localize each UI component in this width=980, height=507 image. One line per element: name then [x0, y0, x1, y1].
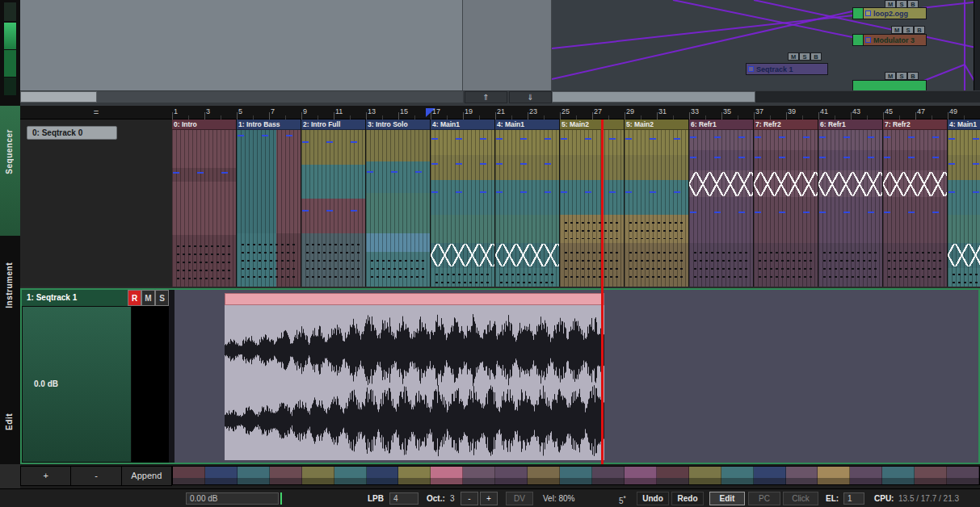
modular-vertical-scrollbar[interactable]	[974, 0, 980, 90]
ruler[interactable]: 1357911131517192123252729313335373941434…	[172, 106, 980, 119]
sequencer-block[interactable]: 4: Main1	[431, 119, 495, 287]
navigator-segment[interactable]	[882, 478, 915, 484]
navigator-segment[interactable]	[238, 478, 270, 484]
checkbox-icon[interactable]	[748, 66, 754, 72]
solo-button[interactable]: S	[902, 26, 914, 34]
sequencer-block[interactable]: 6: Refr1	[689, 119, 754, 287]
instrument-name[interactable]: 1: Seqtrack 1	[22, 290, 128, 306]
navigator-segment[interactable]	[205, 478, 238, 484]
sequencer-navigator[interactable]	[172, 466, 980, 485]
modular-panel[interactable]: loop2.oggMSBModulator 3MSBSeqtrack 1MSBM…	[552, 0, 980, 90]
navigator-segment[interactable]	[431, 478, 463, 484]
bypass-button[interactable]: B	[914, 26, 925, 34]
module-green-module[interactable]	[852, 80, 927, 90]
sequencer-block[interactable]: 7: Refr2	[883, 119, 948, 287]
block-editor-panel[interactable]	[20, 0, 463, 90]
sequencer-block[interactable]: 4: Main1	[948, 119, 980, 287]
navigator-segment[interactable]	[495, 467, 528, 478]
octave-up-button[interactable]: +	[480, 492, 498, 505]
redo-button[interactable]: Redo	[671, 492, 704, 505]
sequencer-block[interactable]: 2: Intro Full	[301, 119, 366, 287]
navigator-segment[interactable]	[721, 467, 754, 478]
navigator-segment[interactable]	[592, 478, 625, 484]
navigator-segment[interactable]	[721, 478, 754, 484]
navigator-segment[interactable]	[528, 467, 560, 478]
navigator-segment[interactable]	[689, 478, 721, 484]
navigator-segment[interactable]	[947, 467, 979, 478]
navigator-segment[interactable]	[302, 478, 334, 484]
bypass-button[interactable]: B	[907, 72, 919, 80]
navigator-segment[interactable]	[367, 478, 399, 484]
append-seqtrack-button[interactable]: Append	[122, 466, 172, 486]
lpb-field[interactable]: 4	[389, 492, 418, 505]
navigator-segment[interactable]	[205, 467, 238, 478]
edit-button[interactable]: Edit	[709, 492, 745, 505]
navigator-segment[interactable]	[398, 478, 431, 484]
navigator-segment[interactable]	[463, 478, 495, 484]
module-seqtrack1[interactable]: Seqtrack 1	[746, 63, 828, 75]
bypass-button[interactable]: B	[810, 52, 822, 61]
tab-instrument[interactable]: Instrument	[5, 262, 14, 308]
navigator-segment[interactable]	[882, 467, 915, 478]
solo-button[interactable]: S	[155, 290, 169, 306]
module-modulator3[interactable]: Modulator 3	[852, 34, 927, 46]
solo-button[interactable]: S	[896, 72, 907, 80]
click-button[interactable]: Click	[783, 492, 818, 505]
tab-sequencer[interactable]: Sequencer	[5, 129, 14, 174]
navigator-segment[interactable]	[270, 467, 302, 478]
navigator-segment[interactable]	[818, 478, 850, 484]
volume-slider[interactable]: 0.0 dB	[22, 306, 132, 463]
solo-button[interactable]: S	[799, 52, 810, 61]
solo-button[interactable]: S	[896, 0, 907, 8]
navigator-segment[interactable]	[786, 467, 818, 478]
mute-button[interactable]: M	[885, 0, 896, 8]
navigator-segment[interactable]	[173, 478, 205, 484]
navigator-segment[interactable]	[367, 467, 399, 478]
navigator-segment[interactable]	[786, 478, 818, 484]
mute-button[interactable]: M	[788, 52, 799, 61]
mute-button[interactable]: M	[891, 26, 902, 34]
record-button[interactable]: R	[128, 290, 141, 306]
navigator-segment[interactable]	[495, 478, 528, 484]
navigator-segment[interactable]	[238, 467, 270, 478]
sequencer-block[interactable]: 1: Intro Bass	[237, 119, 301, 287]
sequencer-block[interactable]: 5: Main2	[560, 119, 625, 287]
navigator-segment[interactable]	[173, 467, 205, 478]
sequencer-block[interactable]: 5: Main2	[625, 119, 689, 287]
navigator-segment[interactable]	[463, 467, 495, 478]
navigator-segment[interactable]	[657, 478, 689, 484]
scroll-down-button[interactable]: ⇓	[509, 91, 552, 103]
remove-seqtrack-button[interactable]: -	[71, 466, 121, 486]
navigator-segment[interactable]	[754, 478, 786, 484]
dv-button[interactable]: DV	[506, 492, 533, 505]
navigator-segment[interactable]	[850, 467, 882, 478]
navigator-segment[interactable]	[625, 478, 657, 484]
navigator-segment[interactable]	[398, 467, 431, 478]
add-seqtrack-button[interactable]: +	[20, 466, 71, 486]
navigator-segment[interactable]	[915, 467, 947, 478]
navigator-segment[interactable]	[818, 467, 850, 478]
sequencer-block[interactable]: 3: Intro Solo	[366, 119, 431, 287]
sequencer-block[interactable]: 0: Intro	[172, 119, 237, 287]
navigator-segment[interactable]	[528, 478, 560, 484]
navigator-segment[interactable]	[560, 478, 592, 484]
navigator-segment[interactable]	[560, 467, 592, 478]
tab-edit[interactable]: Edit	[5, 413, 14, 430]
track-lane[interactable]	[169, 290, 978, 463]
undo-button[interactable]: Undo	[637, 492, 669, 505]
waveform-canvas[interactable]	[225, 305, 604, 460]
sequencer-block[interactable]: 6: Refr1	[818, 119, 883, 287]
checkbox-icon[interactable]	[865, 10, 871, 16]
seqtrack0-button[interactable]: 0: Seqtrack 0	[27, 126, 117, 140]
navigator-segment[interactable]	[689, 467, 721, 478]
navigator-segment[interactable]	[270, 478, 302, 484]
el-field[interactable]: 1	[843, 492, 864, 505]
sequencer-block[interactable]: 7: Refr2	[754, 119, 818, 287]
navigator-segment[interactable]	[657, 467, 689, 478]
left-scrollbar-thumb[interactable]	[20, 91, 97, 103]
navigator-segment[interactable]	[431, 467, 463, 478]
fader-strip[interactable]	[132, 306, 169, 463]
bypass-button[interactable]: B	[907, 0, 919, 8]
module-loop2[interactable]: loop2.ogg	[852, 7, 927, 19]
navigator-segment[interactable]	[754, 467, 786, 478]
